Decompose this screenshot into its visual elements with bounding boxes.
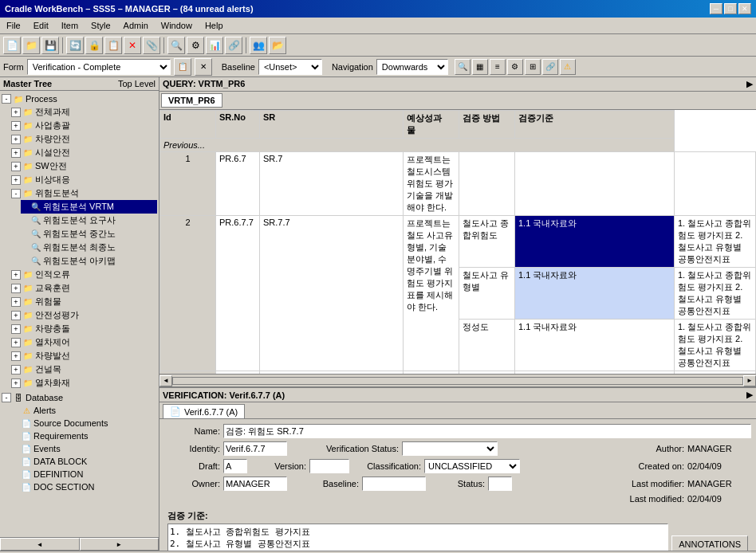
- lock-button[interactable]: 🔒: [85, 37, 103, 54]
- tree-item-docsection[interactable]: 📄 DOC SECTION: [11, 480, 157, 493]
- save-button[interactable]: 💾: [41, 37, 59, 54]
- tree-item-process[interactable]: - 📁 Process: [2, 92, 157, 105]
- expand-database[interactable]: -: [2, 393, 11, 402]
- verif-expand-icon[interactable]: ▶: [746, 390, 753, 400]
- expand-14[interactable]: +: [11, 365, 21, 375]
- tree-item-6[interactable]: - 📁 위험도분석: [11, 186, 157, 200]
- menu-help[interactable]: Help: [199, 19, 230, 32]
- tool9[interactable]: 🔗: [225, 37, 242, 54]
- table-btn[interactable]: ⊞: [525, 59, 541, 75]
- tree-item-4[interactable]: + 📁 SW안전: [11, 159, 157, 173]
- expand-3[interactable]: +: [11, 148, 21, 158]
- tree-content[interactable]: - 📁 Process + 📁 전체과제 + 📁 사업총괄 + 📁 차량안전: [0, 91, 159, 537]
- version-input[interactable]: [309, 459, 349, 473]
- form-select[interactable]: Verification - Complete: [27, 59, 171, 75]
- draft-input[interactable]: [223, 459, 247, 473]
- baseline-select[interactable]: <Unset>: [258, 59, 322, 75]
- expand-12[interactable]: +: [11, 338, 21, 347]
- new-button[interactable]: 📄: [3, 37, 21, 54]
- expand-1[interactable]: +: [11, 121, 21, 131]
- menu-style[interactable]: Style: [85, 19, 116, 32]
- form-close-button[interactable]: ✕: [195, 58, 212, 76]
- menu-edit[interactable]: Edit: [27, 19, 55, 32]
- tree-item-11[interactable]: + 📁 차량충돌: [11, 322, 157, 335]
- owner-input[interactable]: [223, 477, 287, 491]
- baseline-input[interactable]: [362, 477, 426, 491]
- tree-item-definition[interactable]: 📄 DEFINITION: [11, 468, 157, 480]
- expand-0[interactable]: +: [11, 108, 21, 117]
- tree-item-final[interactable]: 🔍 위험도분석 최종노: [21, 241, 157, 254]
- scroll-right-btn[interactable]: ►: [743, 375, 756, 386]
- tool10[interactable]: 👥: [250, 37, 267, 54]
- tree-item-8[interactable]: + 📁 교육훈련: [11, 281, 157, 295]
- tree-item-req2[interactable]: 📄 Requirements: [11, 429, 157, 442]
- expand-11[interactable]: +: [11, 324, 21, 334]
- tree-item-15[interactable]: + 📁 열차화재: [11, 376, 157, 390]
- tree-item-3[interactable]: + 📁 시설안전: [11, 146, 157, 159]
- name-input[interactable]: [223, 424, 751, 438]
- expand-2[interactable]: +: [11, 135, 21, 144]
- expand-8[interactable]: +: [11, 284, 21, 293]
- query-tab[interactable]: VRTM_PR6: [161, 93, 222, 108]
- tree-item-12[interactable]: + 📁 열차제어: [11, 335, 157, 349]
- form-icon-button[interactable]: 📋: [174, 58, 191, 76]
- tool5[interactable]: 📎: [143, 37, 160, 54]
- tree-item-7[interactable]: + 📁 인적오류: [11, 268, 157, 281]
- tree-item-13[interactable]: + 📁 차량발선: [11, 349, 157, 363]
- h-scrollbar-track[interactable]: [172, 377, 743, 385]
- tree-left-btn[interactable]: ◄: [0, 538, 80, 551]
- tool7[interactable]: ⚙: [187, 37, 204, 54]
- expand-5[interactable]: +: [11, 175, 21, 185]
- tree-item-alerts[interactable]: ⚠ Alerts: [11, 404, 157, 417]
- classification-select[interactable]: UNCLASSIFIED: [424, 459, 520, 473]
- tree-item-source[interactable]: 📄 Source Documents: [11, 417, 157, 429]
- link-btn[interactable]: 🔗: [542, 59, 558, 75]
- h-scrollbar[interactable]: ◄ ►: [159, 374, 756, 386]
- list-btn[interactable]: ≡: [490, 59, 506, 75]
- refresh-button[interactable]: 🔄: [66, 37, 84, 54]
- close-button[interactable]: ✕: [738, 3, 751, 14]
- expand-4[interactable]: +: [11, 162, 21, 171]
- tool3[interactable]: 📋: [104, 37, 122, 54]
- tool8[interactable]: 📊: [206, 37, 223, 54]
- search-icon-btn[interactable]: 🔍: [455, 59, 471, 75]
- tree-item-9[interactable]: + 📁 위험물: [11, 295, 157, 308]
- expand-9[interactable]: +: [11, 297, 21, 307]
- menu-file[interactable]: File: [0, 19, 27, 32]
- maximize-button[interactable]: □: [724, 3, 737, 14]
- open-button[interactable]: 📁: [22, 37, 40, 54]
- tool6[interactable]: 🔍: [167, 37, 185, 54]
- tree-item-10[interactable]: + 📁 안전성평가: [11, 308, 157, 322]
- delete-button[interactable]: ✕: [124, 37, 141, 54]
- tree-item-2[interactable]: + 📁 차량안전: [11, 132, 157, 146]
- scroll-left-btn[interactable]: ◄: [159, 375, 172, 386]
- verif-status-select[interactable]: [402, 441, 498, 456]
- menu-admin[interactable]: Admin: [117, 19, 155, 32]
- tool11[interactable]: 📂: [269, 37, 286, 54]
- criteria-textarea[interactable]: 1. 철도사고 종합위험도 평가지표 2. 철도사고 유형별 공통안전지표 -국…: [167, 524, 668, 551]
- annotations-button[interactable]: ANNOTATIONS: [671, 535, 748, 551]
- identity-input[interactable]: [223, 441, 287, 456]
- tree-item-0[interactable]: + 📁 전체과제: [11, 105, 157, 119]
- expand-process[interactable]: -: [2, 94, 11, 104]
- data-table-container[interactable]: Id SR.No SR 예상성과물 검증 방법 검증기준 Previous...: [159, 110, 756, 374]
- expand-6[interactable]: -: [11, 189, 21, 198]
- tree-item-datablock[interactable]: 📄 DATA BLOCK: [11, 455, 157, 468]
- tree-right-btn[interactable]: ►: [80, 538, 159, 551]
- tree-item-vrtm[interactable]: 🔍 위험도분석 VRTM: [21, 200, 157, 214]
- navigation-select[interactable]: Downwards: [376, 59, 448, 75]
- tree-item-database[interactable]: - 🗄 Database: [2, 391, 157, 404]
- table-row-1[interactable]: 1 PR.6.7 SR.7 프로젝트는 철도시스템 위험도 평가기술을 개발해야…: [160, 152, 756, 216]
- tree-item-1[interactable]: + 📁 사업총괄: [11, 119, 157, 132]
- table-row-2a[interactable]: 2 PR.6.7.7 SR.7.7 프로젝트는 철도 사고유형별, 기술분야별,…: [160, 216, 756, 268]
- minimize-button[interactable]: ─: [710, 3, 723, 14]
- query-expand-icon[interactable]: ▶: [746, 79, 753, 89]
- alert-btn[interactable]: ⚠: [560, 59, 576, 75]
- menu-window[interactable]: Window: [155, 19, 199, 32]
- tree-item-events[interactable]: 📄 Events: [11, 442, 157, 455]
- tree-item-mid[interactable]: 🔍 위험도분석 중간노: [21, 227, 157, 241]
- tree-item-14[interactable]: + 📁 건널목: [11, 363, 157, 376]
- verif-tab[interactable]: 📄 Verif.6.7.7 (A): [163, 404, 245, 418]
- filter-btn[interactable]: ⚙: [507, 59, 523, 75]
- tree-item-arch[interactable]: 🔍 위험도분석 아키맵: [21, 254, 157, 268]
